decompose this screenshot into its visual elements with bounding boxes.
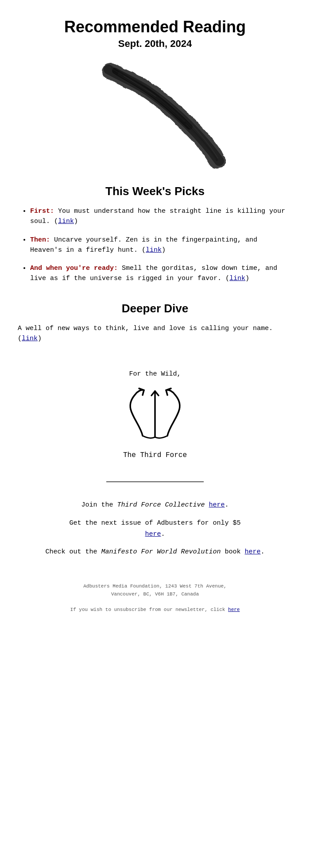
- address-line1: Adbusters Media Foundation, 1243 West 7t…: [22, 583, 288, 591]
- pick-link-1[interactable]: link: [58, 218, 74, 225]
- page-wrapper: Recommended Reading Sept. 20th, 2024: [0, 0, 310, 634]
- main-title: Recommended Reading: [13, 18, 297, 36]
- pick-label-2: Then:: [30, 236, 50, 244]
- unsubscribe-link[interactable]: here: [228, 607, 240, 612]
- pick-label-1: First:: [30, 207, 54, 215]
- pick-link-3[interactable]: link: [229, 275, 245, 282]
- picks-list: First: You must understand how the strai…: [18, 206, 292, 284]
- footer-links-section: Join the Third Force Collective here. Ge…: [13, 495, 297, 578]
- picks-heading: This Week's Picks: [18, 184, 292, 198]
- unsubscribe-text: If you wish to unsubscribe from our news…: [70, 607, 228, 612]
- deeper-dive-link[interactable]: link: [22, 335, 38, 342]
- footer-line-3: Check out the Manifesto For World Revolu…: [22, 547, 288, 558]
- manifesto-label: Manifesto For World Revolution: [101, 548, 221, 556]
- list-item: And when you're ready: Smell the gordita…: [30, 263, 292, 284]
- divider-line: [106, 481, 204, 482]
- pick-text-2: Uncarve yourself. Zen is in the fingerpa…: [30, 236, 257, 254]
- deeper-dive-body: A well of new ways to think, live and lo…: [18, 323, 292, 344]
- adbusters-link[interactable]: here: [145, 530, 161, 538]
- deeper-dive-section: Deeper Dive A well of new ways to think,…: [13, 297, 297, 362]
- third-force-logo: [120, 385, 190, 447]
- footer-line-1: Join the Third Force Collective here.: [22, 500, 288, 511]
- collective-link[interactable]: here: [209, 501, 225, 509]
- picks-section: This Week's Picks First: You must unders…: [13, 184, 297, 284]
- for-the-wild-text: For the Wild,: [13, 370, 297, 378]
- brush-stroke-container: [13, 54, 297, 184]
- brush-stroke-image: [84, 58, 226, 173]
- address-section: Adbusters Media Foundation, 1243 West 7t…: [13, 578, 297, 603]
- pick-label-3: And when you're ready:: [30, 265, 118, 272]
- manifesto-link[interactable]: here: [245, 548, 261, 556]
- list-item: Then: Uncarve yourself. Zen is in the fi…: [30, 235, 292, 256]
- deeper-dive-heading: Deeper Dive: [18, 302, 292, 315]
- footer-line-2: Get the next issue of Adbusters for only…: [22, 518, 288, 540]
- third-force-label: The Third Force: [13, 451, 297, 459]
- subtitle-date: Sept. 20th, 2024: [13, 38, 297, 50]
- address-line2: Vancouver, BC, V6H 1B7, Canada: [22, 591, 288, 599]
- signature-section: For the Wild, The Third Force: [13, 361, 297, 472]
- pick-text-1: You must understand how the straight lin…: [30, 207, 285, 225]
- header-section: Recommended Reading Sept. 20th, 2024: [13, 9, 297, 54]
- divider-section: [13, 472, 297, 495]
- unsubscribe-section: If you wish to unsubscribe from our news…: [13, 603, 297, 621]
- list-item: First: You must understand how the strai…: [30, 206, 292, 227]
- third-force-collective-label: Third Force Collective: [117, 501, 205, 509]
- pick-link-2[interactable]: link: [146, 246, 162, 254]
